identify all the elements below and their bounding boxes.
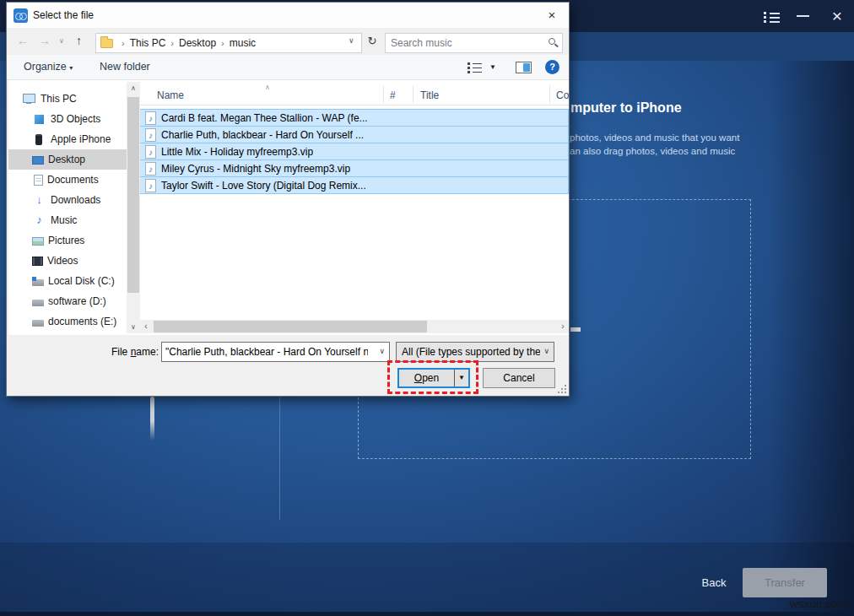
videos-icon — [32, 257, 43, 266]
breadcrumb-separator: › — [167, 38, 177, 48]
column-header-name[interactable]: Name — [157, 89, 184, 101]
disk-icon — [32, 300, 44, 306]
app-description-line1: photos, videos and music that you want — [570, 132, 739, 143]
file-type-value: All (File types supported by the — [402, 346, 540, 358]
refresh-button[interactable]: ↻ — [365, 35, 380, 51]
file-name-input[interactable] — [165, 344, 368, 359]
address-bar[interactable]: › This PC › Desktop › music — [95, 33, 362, 53]
breadcrumb-music[interactable]: music — [228, 37, 257, 49]
sidebar-item-local-disk-c[interactable]: Local Disk (C:) — [8, 271, 127, 291]
file-picker-dialog: Select the file × ← → ∨ ↑ › This PC › De… — [6, 2, 570, 397]
nav-forward-button[interactable]: → — [39, 34, 51, 47]
breadcrumb-separator: › — [118, 38, 128, 48]
scroll-left-arrow[interactable]: ‹ — [140, 320, 152, 333]
menu-button[interactable] — [764, 11, 781, 26]
file-row[interactable]: ♪Cardi B feat. Megan Thee Stallion - WAP… — [140, 109, 569, 127]
open-split-button[interactable]: Open ▼ — [397, 368, 470, 388]
file-list: ♪Cardi B feat. Megan Thee Stallion - WAP… — [140, 109, 569, 194]
sidebar-item-software-d[interactable]: software (D:) — [8, 291, 127, 311]
sidebar-item-downloads[interactable]: ↓Downloads — [8, 190, 127, 210]
minimize-button[interactable] — [797, 15, 809, 17]
sidebar-item-label: Videos — [47, 255, 78, 267]
address-dropdown-chevron[interactable]: ∨ — [349, 36, 354, 45]
dialog-app-icon — [14, 8, 28, 23]
search-input[interactable] — [391, 35, 538, 51]
breadcrumb-this-pc[interactable]: This PC — [128, 37, 168, 49]
column-header-contributing[interactable]: Co — [556, 89, 569, 101]
sidebar-item-label: Downloads — [51, 194, 100, 206]
bottom-edge — [0, 612, 854, 616]
nav-up-button[interactable]: ↑ — [76, 34, 82, 47]
sidebar-item-label: Documents — [47, 174, 99, 186]
nav-history-dropdown[interactable]: ∨ — [59, 37, 64, 45]
3d-objects-icon — [35, 115, 44, 124]
breadcrumb-desktop[interactable]: Desktop — [177, 37, 218, 49]
sidebar-item-label: Apple iPhone — [51, 133, 111, 145]
list-horizontal-scrollbar[interactable]: ‹ › — [140, 320, 569, 333]
open-dropdown-arrow[interactable]: ▼ — [454, 370, 468, 386]
column-header-title[interactable]: Title — [420, 89, 439, 101]
dialog-titlebar[interactable]: Select the file × — [7, 3, 569, 28]
sidebar-item-pictures[interactable]: Pictures — [8, 230, 127, 251]
view-dropdown-arrow[interactable]: ▼ — [489, 63, 496, 71]
column-divider[interactable] — [413, 85, 413, 104]
file-name-label-pre: File — [111, 346, 131, 358]
sidebar-item-label: documents (E:) — [48, 316, 116, 327]
open-label-accel: O — [414, 372, 422, 384]
file-name-combobox[interactable]: ∨ — [161, 342, 390, 362]
search-box — [385, 33, 563, 53]
file-row[interactable]: ♪Charlie Puth, blackbear - Hard On Yours… — [140, 126, 569, 143]
dialog-close-button[interactable]: × — [540, 6, 564, 24]
sidebar-item-documents[interactable]: Documents — [8, 170, 127, 190]
organize-label: Organize — [24, 61, 67, 73]
sidebar-item-documents-e[interactable]: documents (E:) — [8, 311, 127, 332]
file-row[interactable]: ♪Taylor Swift - Love Story (Digital Dog … — [140, 176, 569, 194]
transfer-label: Transfer — [765, 576, 805, 589]
organize-button[interactable]: Organize ▾ — [24, 61, 73, 73]
scroll-down-arrow[interactable]: ∨ — [127, 321, 140, 333]
scroll-right-arrow[interactable]: › — [557, 320, 569, 333]
file-row[interactable]: ♪Little Mix - Holiday myfreemp3.vip — [140, 143, 569, 160]
open-label-rest: pen — [422, 372, 439, 384]
music-file-icon: ♪ — [145, 111, 156, 125]
file-row[interactable]: ♪Miley Cyrus - Midnight Sky myfreemp3.vi… — [140, 159, 569, 177]
preview-pane-icon[interactable] — [516, 62, 532, 73]
watermark: wsxdn.com — [790, 597, 847, 610]
search-icon — [549, 38, 555, 45]
sort-indicator-icon: ∧ — [265, 84, 270, 91]
sidebar-item-videos[interactable]: Videos — [8, 251, 127, 271]
column-header-number[interactable]: # — [390, 89, 396, 101]
resize-grip[interactable] — [558, 385, 566, 393]
file-name: Charlie Puth, blackbear - Hard On Yourse… — [161, 129, 364, 141]
sidebar-item-apple-iphone[interactable]: Apple iPhone — [8, 129, 127, 149]
cancel-button[interactable]: Cancel — [483, 368, 555, 388]
nav-back-button[interactable]: ← — [17, 34, 29, 47]
sidebar-item-music[interactable]: ♪Music — [8, 210, 127, 230]
change-view-icon[interactable] — [468, 62, 483, 73]
new-folder-button[interactable]: New folder — [100, 61, 150, 73]
sidebar-item-label: Desktop — [48, 154, 85, 165]
file-name: Little Mix - Holiday myfreemp3.vip — [161, 146, 313, 158]
file-type-combobox[interactable]: All (File types supported by the ∨ — [396, 342, 554, 362]
file-type-dropdown-chevron[interactable]: ∨ — [543, 347, 549, 355]
open-button[interactable]: Open — [399, 370, 454, 386]
column-divider[interactable] — [383, 85, 384, 104]
transfer-button[interactable]: Transfer — [743, 568, 827, 597]
dialog-toolbar: Organize ▾ New folder ▼ ? — [7, 55, 569, 80]
sidebar-item-desktop[interactable]: Desktop — [8, 149, 127, 170]
desktop-icon — [32, 156, 44, 165]
sidebar-item-3d-objects[interactable]: 3D Objects — [8, 109, 127, 129]
local-disk-icon — [32, 279, 44, 286]
sidebar-scrollbar[interactable]: ∧ ∨ — [127, 82, 140, 333]
app-close-button[interactable]: × — [826, 4, 848, 28]
help-button[interactable]: ? — [545, 60, 559, 74]
back-button[interactable]: Back — [694, 576, 734, 589]
list-scrollbar-thumb[interactable] — [154, 321, 427, 332]
sidebar-scrollbar-thumb[interactable] — [127, 97, 139, 293]
music-file-icon: ♪ — [145, 162, 156, 176]
file-name-dropdown-chevron[interactable]: ∨ — [379, 347, 385, 355]
column-divider[interactable] — [549, 85, 550, 104]
disk-icon — [32, 320, 44, 327]
scroll-up-arrow[interactable]: ∧ — [127, 82, 140, 95]
sidebar-item-this-pc[interactable]: This PC — [8, 89, 127, 109]
